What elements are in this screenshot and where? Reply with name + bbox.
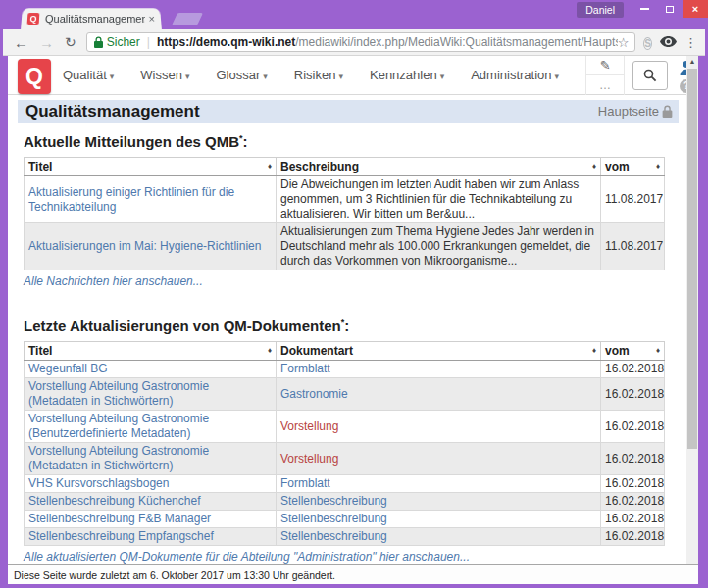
- doctype-link[interactable]: Formblatt: [280, 476, 330, 490]
- skype-extension-icon[interactable]: S: [643, 33, 652, 51]
- chevron-down-icon: ▾: [555, 72, 560, 81]
- doctype-link[interactable]: Stellenbeschreibung: [280, 529, 387, 543]
- update-date: 16.02.2018: [601, 361, 665, 378]
- vertical-scrollbar[interactable]: ▲ ▼: [686, 56, 698, 584]
- table-row: Vorstellung Abteilung Gastronomie (Metad…: [25, 378, 665, 411]
- minimize-icon: [640, 8, 649, 10]
- updates-col-dokumentart[interactable]: Dokumentart♦: [277, 342, 601, 361]
- document-link[interactable]: Vorstellung Abteilung Gastronomie (Benut…: [28, 412, 209, 440]
- chevron-down-icon: ▾: [110, 72, 115, 81]
- wiki-navbar: Q Qualität▾ Wissen▾ Glossar▾ Risiken▾ Ke…: [8, 56, 686, 95]
- table-header-row: Titel♦ Beschreibung♦ vom♦: [25, 158, 665, 176]
- table-row: Stellenbeschreibung F&B Manager Stellenb…: [25, 511, 665, 528]
- news-heading: Aktuelle Mitteilungen des QMB*:: [24, 133, 686, 150]
- update-date: 16.02.2018: [601, 528, 665, 546]
- minimize-button[interactable]: [632, 0, 657, 18]
- update-date: 16.02.2018: [601, 443, 665, 475]
- tab-close-icon[interactable]: ×: [148, 13, 155, 24]
- sort-icon: ♦: [656, 346, 660, 355]
- back-button[interactable]: ←: [14, 34, 28, 51]
- browser-toolbar: ← → ↻ Sicher | https://demo.qm-wiki.net …: [3, 29, 705, 56]
- edit-tools: ✎ …: [585, 56, 625, 95]
- menu-kennzahlen[interactable]: Kennzahlen▾: [370, 68, 444, 82]
- news-table: Titel♦ Beschreibung♦ vom♦ Aktualisierung…: [24, 157, 665, 270]
- wiki-page: Qualitätsmanagement Hauptseite Aktuelle …: [8, 95, 686, 584]
- chevron-down-icon: ▾: [338, 72, 343, 81]
- all-news-link[interactable]: Alle Nachrichten hier anschauen...: [24, 274, 686, 288]
- table-row: Stellenbeschreibung Küchenchef Stellenbe…: [25, 493, 665, 511]
- user-tools: ?: [676, 56, 686, 95]
- news-description: Die Abweichungen im letzten Audit haben …: [277, 176, 601, 223]
- chevron-down-icon: ▾: [263, 72, 268, 81]
- address-bar[interactable]: Sicher | https://demo.qm-wiki.net /media…: [86, 32, 636, 52]
- doctype-link[interactable]: Stellenbeschreibung: [280, 494, 387, 508]
- updates-table: Titel♦ Dokumentart♦ vom♦ Wegeunfall BG F…: [24, 341, 665, 546]
- news-col-titel[interactable]: Titel♦: [25, 158, 277, 176]
- profile-badge[interactable]: Daniel: [577, 2, 624, 18]
- updates-col-vom[interactable]: vom♦: [601, 342, 665, 361]
- doctype-link-missing[interactable]: Vorstellung: [280, 452, 338, 466]
- doctype-link[interactable]: Gastronomie: [280, 387, 348, 401]
- news-col-beschreibung[interactable]: Beschreibung♦: [277, 158, 601, 176]
- secure-lock-icon: [94, 36, 103, 48]
- document-link[interactable]: VHS Kursvorschlagsbogen: [28, 476, 169, 490]
- document-link[interactable]: Stellenbeschreibung Küchenchef: [28, 494, 200, 508]
- table-row: Stellenbeschreibung Empfangschef Stellen…: [25, 528, 665, 546]
- update-date: 16.02.2018: [601, 411, 665, 443]
- scrollbar-thumb[interactable]: [687, 69, 697, 449]
- document-link[interactable]: Vorstellung Abteilung Gastronomie (Metad…: [28, 379, 209, 408]
- document-link[interactable]: Stellenbeschreibung F&B Manager: [28, 512, 211, 525]
- sort-icon: ♦: [268, 162, 272, 171]
- close-button[interactable]: ×: [683, 0, 708, 18]
- page-content: Q Qualität▾ Wissen▾ Glossar▾ Risiken▾ Ke…: [8, 56, 686, 584]
- document-link[interactable]: Vorstellung Abteilung Gastronomie (Metad…: [28, 444, 209, 472]
- update-date: 16.02.2018: [601, 511, 665, 528]
- search-button[interactable]: [632, 61, 668, 90]
- doctype-link-missing[interactable]: Vorstellung: [280, 419, 338, 433]
- address-divider: |: [147, 35, 150, 49]
- secure-label[interactable]: Sicher: [107, 35, 140, 49]
- menu-risiken[interactable]: Risiken▾: [294, 68, 343, 82]
- table-row: Vorstellung Abteilung Gastronomie (Metad…: [25, 443, 665, 475]
- all-documents-link[interactable]: Alle aktualisierten QM-Dokumente für die…: [24, 550, 686, 564]
- update-date: 16.02.2018: [601, 378, 665, 411]
- eye-extension-icon[interactable]: [660, 33, 677, 51]
- forward-button[interactable]: →: [39, 34, 54, 51]
- doctype-link[interactable]: Formblatt: [280, 362, 330, 375]
- news-col-vom[interactable]: vom♦: [601, 158, 665, 176]
- table-row: VHS Kursvorschlagsbogen Formblatt 16.02.…: [25, 475, 665, 493]
- lock-icon: [662, 105, 673, 118]
- window-controls: ×: [632, 0, 708, 18]
- new-tab-button[interactable]: [172, 13, 203, 25]
- menu-glossar[interactable]: Glossar▾: [217, 68, 268, 82]
- news-link[interactable]: Aktualisierungen im Mai: Hygiene-Richtli…: [28, 239, 261, 253]
- menu-administration[interactable]: Administration▾: [471, 68, 559, 82]
- qm-wiki-logo[interactable]: Q: [18, 59, 51, 94]
- doctype-link[interactable]: Stellenbeschreibung: [280, 512, 387, 525]
- menu-qualitaet[interactable]: Qualität▾: [63, 68, 114, 82]
- url-host: https://demo.qm-wiki.net: [157, 35, 295, 49]
- updates-col-titel[interactable]: Titel♦: [25, 342, 277, 361]
- help-icon[interactable]: ?: [680, 79, 686, 93]
- scroll-up-icon[interactable]: ▲: [686, 56, 698, 68]
- browser-tab[interactable]: Q Qualitätsmanagement – ×: [21, 8, 162, 29]
- more-actions-button[interactable]: …: [586, 74, 624, 95]
- table-row: Vorstellung Abteilung Gastronomie (Benut…: [25, 411, 665, 443]
- edit-button[interactable]: ✎: [586, 56, 624, 74]
- chrome-menu-icon[interactable]: ⋮: [684, 35, 697, 50]
- reload-button[interactable]: ↻: [65, 34, 76, 50]
- news-date: 11.08.2017: [601, 176, 665, 223]
- menu-wissen[interactable]: Wissen▾: [140, 68, 189, 82]
- pencil-icon: ✎: [600, 58, 611, 73]
- table-header-row: Titel♦ Dokumentart♦ vom♦: [25, 342, 665, 361]
- browser-viewport: Q Qualität▾ Wissen▾ Glossar▾ Risiken▾ Ke…: [8, 56, 698, 584]
- url-path: /mediawiki/index.php/MediaWiki:Qualitäts…: [295, 35, 617, 49]
- maximize-button[interactable]: [657, 0, 683, 18]
- search-icon: [643, 69, 657, 82]
- update-date: 16.02.2018: [601, 493, 665, 511]
- document-link[interactable]: Stellenbeschreibung Empfangschef: [28, 529, 214, 543]
- news-link[interactable]: Aktualisierung einiger Richtlinien für d…: [28, 185, 234, 214]
- user-icon[interactable]: [678, 59, 686, 76]
- document-link[interactable]: Wegeunfall BG: [28, 362, 108, 375]
- bookmark-star-icon[interactable]: ☆: [618, 35, 630, 50]
